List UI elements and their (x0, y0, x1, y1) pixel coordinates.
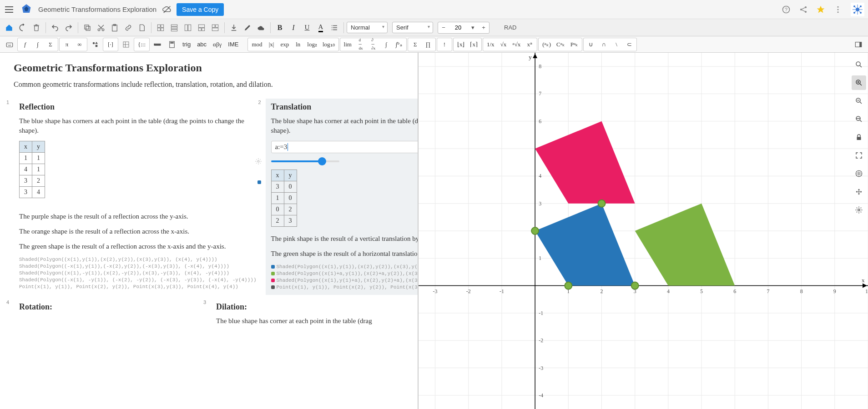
math-int[interactable]: ∫ (380, 38, 393, 51)
translation-table[interactable]: xy 30 10 02 23 (271, 170, 297, 227)
fullscreen-icon[interactable] (852, 148, 866, 163)
grid-icon[interactable] (852, 166, 866, 181)
code-line[interactable]: Point(x(1), y(1)), Point(x(2), y(2)), Po… (19, 284, 257, 289)
math-ln[interactable]: ln (292, 38, 304, 51)
layout2-icon[interactable] (168, 21, 181, 34)
user-avatar[interactable] (851, 3, 864, 16)
math-cnk[interactable]: Cⁿₖ (554, 38, 568, 51)
math-pow[interactable]: xᵃ (523, 38, 536, 51)
math-sum2[interactable]: Σ (409, 38, 422, 51)
underline-button[interactable]: U (301, 21, 313, 34)
code-line[interactable]: Shaded(Polygon((x(1),y(1)+a),(x(2),y(2)+… (271, 278, 419, 283)
cell-translation[interactable]: 2 Translation The blue shape has corner … (266, 99, 419, 295)
angle-mode-button[interactable]: RAD (500, 22, 521, 33)
font-size-dropdown[interactable]: ▾ (467, 22, 478, 33)
copy-icon[interactable] (81, 21, 94, 34)
slider-value-input[interactable]: a:=3 (271, 141, 419, 153)
math-subset[interactable]: ⊂ (623, 38, 636, 51)
math-lim[interactable]: lim (341, 38, 354, 51)
math-greek[interactable]: αβγ (210, 38, 224, 51)
math-union[interactable]: ∪ (585, 38, 597, 51)
math-nroot[interactable]: ⁿ√x (510, 38, 524, 51)
share-icon[interactable] (799, 5, 808, 14)
cell-dilation[interactable]: 3 Dilation: The blue shape has corner at… (211, 299, 404, 335)
layout5-icon[interactable] (209, 21, 222, 34)
math-inf[interactable]: ∞ (73, 38, 86, 51)
slider-thumb[interactable] (318, 157, 326, 165)
plot-indicator[interactable] (257, 180, 261, 184)
font-size-stepper[interactable]: − ▾ + (438, 22, 490, 34)
increase-font-button[interactable]: + (478, 22, 489, 33)
math-exp[interactable]: exp (278, 38, 292, 51)
math-trig[interactable]: trig (180, 38, 193, 51)
bold-button[interactable]: B (273, 21, 286, 34)
sidebar-toggle-icon[interactable] (852, 38, 865, 51)
help-icon[interactable]: ? (782, 5, 791, 14)
more-icon[interactable] (833, 5, 843, 14)
coordinate-plane[interactable]: -3-2-112345678910-4-3-2-112345678xy (419, 53, 868, 409)
math-calc[interactable] (165, 38, 179, 51)
math-sigma[interactable]: Σ (44, 38, 57, 51)
math-abc[interactable]: abc (194, 38, 209, 51)
document-title[interactable]: Geometric Transformations Exploration (38, 5, 156, 13)
math-f[interactable]: f (19, 38, 31, 51)
gear-icon[interactable] (255, 158, 262, 165)
draggable-point[interactable] (598, 200, 606, 207)
font-color-button[interactable]: A (314, 21, 327, 34)
zoom-x-icon[interactable] (852, 112, 866, 126)
math-ruler[interactable] (151, 38, 164, 51)
math-braces[interactable]: {::: (135, 38, 148, 51)
layout3-icon[interactable] (182, 21, 194, 34)
download-icon[interactable] (227, 21, 240, 34)
math-ime[interactable]: IME (225, 38, 241, 51)
save-copy-button[interactable]: Save a Copy (177, 3, 224, 16)
cut-icon[interactable] (95, 21, 107, 34)
code-line[interactable]: Shaded(Polygon((x(1),-y(1)),(x(2),-y(2))… (19, 270, 257, 276)
math-binom[interactable]: (ⁿₖ) (540, 38, 554, 51)
graph-panel[interactable]: -3-2-112345678910-4-3-2-112345678xy (419, 53, 868, 409)
zoom-in-icon[interactable] (852, 75, 866, 90)
math-mod[interactable]: mod (249, 38, 265, 51)
math-floor[interactable]: ⌊x⌋ (454, 38, 468, 51)
font-family-select[interactable]: Serif (392, 22, 433, 33)
font-size-input[interactable] (449, 24, 467, 31)
layout4-icon[interactable] (195, 21, 208, 34)
star-icon[interactable] (816, 5, 825, 14)
math-intab[interactable]: ∫ᵇₐ (393, 38, 405, 51)
refresh-icon[interactable] (16, 21, 29, 34)
decrease-font-button[interactable]: − (438, 22, 449, 33)
file-icon[interactable] (136, 21, 148, 34)
cell-reflection[interactable]: 1 Reflection The blue shape has corners … (14, 99, 262, 295)
math-integral[interactable]: ∫ (31, 38, 44, 51)
reflection-table[interactable]: xy 11 41 32 34 (19, 141, 45, 198)
math-partial[interactable]: ∂─∂x (367, 38, 380, 51)
math-inv[interactable]: 1/x (484, 38, 497, 51)
edit-icon[interactable] (241, 21, 254, 34)
link-icon[interactable] (122, 21, 135, 34)
code-line[interactable]: Shaded(Polygon((x(1)+a,y(1)),(x(2)+a,y(2… (271, 271, 419, 276)
paste-icon[interactable] (108, 21, 121, 34)
code-line[interactable]: Shaded(Polygon((-x(1), -y(1)), (-x(2), -… (19, 277, 257, 283)
draggable-point[interactable] (565, 282, 572, 289)
cloud-icon[interactable] (162, 5, 172, 15)
math-pi[interactable]: π (61, 38, 73, 51)
math-prod[interactable]: ∏ (422, 38, 434, 51)
code-line[interactable]: Shaded(Polygon((-x(1),y(1)),(-x(2),y(2))… (19, 264, 257, 269)
math-matrix[interactable] (119, 38, 133, 51)
math-ceil[interactable]: ⌈x⌉ (467, 38, 480, 51)
list-icon[interactable] (328, 21, 341, 34)
italic-button[interactable]: I (287, 21, 300, 34)
font-style-select[interactable]: Normal (347, 22, 388, 33)
layout1-icon[interactable] (154, 21, 167, 34)
math-log2[interactable]: log₂ (304, 38, 320, 51)
draggable-point[interactable] (531, 227, 539, 234)
code-line[interactable]: Shaded(Polygon((x(1),y(1)),(x(2),y(2)),(… (271, 264, 419, 269)
cell-rotation[interactable]: 4 Rotation: (14, 299, 207, 335)
math-log10[interactable]: log₁₀ (320, 38, 338, 51)
home-icon[interactable] (3, 21, 15, 34)
zoom-out-icon[interactable] (852, 94, 866, 108)
math-pnk[interactable]: Pⁿₖ (568, 38, 581, 51)
undo-icon[interactable] (49, 21, 61, 34)
math-fact[interactable]: ! (438, 38, 451, 51)
math-setminus[interactable]: \ (610, 38, 623, 51)
